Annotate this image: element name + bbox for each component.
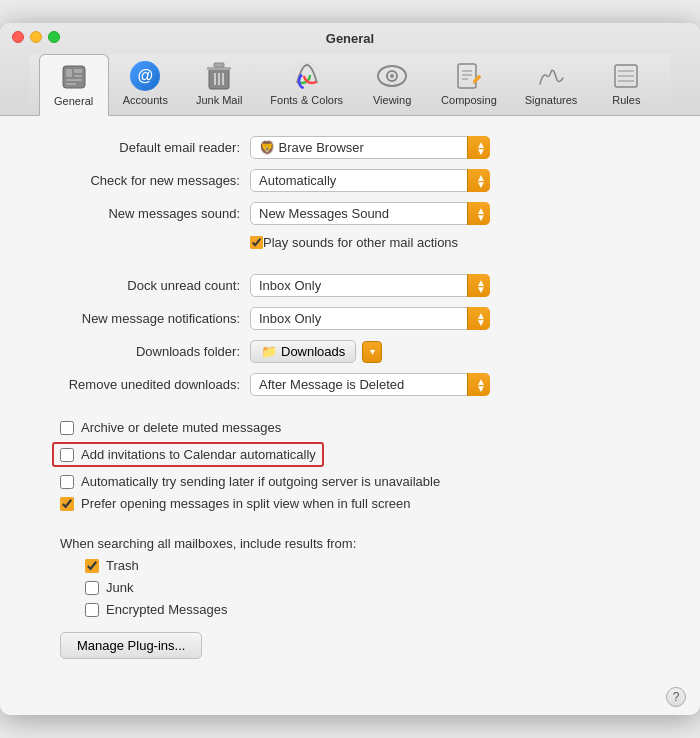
toolbar-signatures[interactable]: Signatures — [511, 54, 592, 115]
add-invitations-checkbox[interactable] — [60, 448, 74, 462]
svg-rect-4 — [66, 79, 82, 81]
dock-unread-select[interactable]: Inbox Only — [250, 274, 490, 297]
auto-send-row: Automatically try sending later if outgo… — [30, 474, 670, 489]
trash-label: Trash — [106, 558, 139, 573]
search-section-label: When searching all mailboxes, include re… — [30, 536, 670, 551]
check-messages-label: Check for new messages: — [30, 173, 240, 188]
downloads-folder-button[interactable]: 📁 Downloads — [250, 340, 356, 363]
downloads-label: Downloads folder: — [30, 344, 240, 359]
toolbar-composing[interactable]: Composing — [427, 54, 511, 115]
window-title: General — [12, 31, 688, 46]
messages-sound-label: New messages sound: — [30, 206, 240, 221]
check-messages-row: Check for new messages: Automatically ▲▼ — [30, 169, 670, 192]
play-sounds-checkbox[interactable] — [250, 236, 263, 249]
toolbar-junk[interactable]: Junk Mail — [182, 54, 256, 115]
messages-sound-select-wrapper: New Messages Sound ▲▼ — [250, 202, 490, 225]
folder-dropdown-icon[interactable]: ▾ — [362, 341, 382, 363]
split-view-label: Prefer opening messages in split view wh… — [81, 496, 411, 511]
dock-unread-label: Dock unread count: — [30, 278, 240, 293]
remove-downloads-select-wrapper: After Message is Deleted ▲▼ — [250, 373, 490, 396]
svg-point-12 — [294, 63, 320, 89]
junk-label: Junk Mail — [196, 94, 242, 106]
toolbar-accounts[interactable]: @ Accounts — [109, 54, 182, 115]
help-button[interactable]: ? — [666, 687, 686, 707]
add-invitations-row: Add invitations to Calendar automaticall… — [30, 442, 670, 467]
auto-send-checkbox[interactable] — [60, 475, 74, 489]
notifications-select[interactable]: Inbox Only — [250, 307, 490, 330]
trash-checkbox[interactable] — [85, 559, 99, 573]
toolbar-viewing[interactable]: Viewing — [357, 54, 427, 115]
rules-label: Rules — [612, 94, 640, 106]
downloads-folder-name: Downloads — [281, 344, 345, 359]
messages-sound-control: New Messages Sound ▲▼ — [250, 202, 670, 225]
separator-3 — [30, 518, 670, 532]
content-area: Default email reader: 🦁 Brave Browser ▲▼… — [0, 116, 700, 679]
manage-plugins-button[interactable]: Manage Plug-ins... — [60, 632, 202, 659]
svg-point-18 — [390, 74, 394, 78]
title-bar: General General @ — [0, 23, 700, 116]
archive-delete-row: Archive or delete muted messages — [30, 420, 670, 435]
notifications-label: New message notifications: — [30, 311, 240, 326]
toolbar: General @ Accounts — [29, 54, 672, 115]
default-email-control: 🦁 Brave Browser ▲▼ — [250, 136, 670, 159]
downloads-folder-row: 📁 Downloads ▾ — [250, 340, 670, 363]
messages-sound-row: New messages sound: New Messages Sound ▲… — [30, 202, 670, 225]
toolbar-fonts[interactable]: Fonts & Colors — [256, 54, 357, 115]
remove-downloads-label: Remove unedited downloads: — [30, 377, 240, 392]
bottom-bar: ? — [0, 679, 700, 715]
dock-unread-select-wrapper: Inbox Only ▲▼ — [250, 274, 490, 297]
signatures-icon — [535, 60, 567, 92]
svg-rect-8 — [214, 63, 224, 67]
check-messages-select-wrapper: Automatically ▲▼ — [250, 169, 490, 192]
svg-rect-2 — [74, 69, 82, 73]
encrypted-checkbox[interactable] — [85, 603, 99, 617]
check-messages-control: Automatically ▲▼ — [250, 169, 670, 192]
svg-rect-3 — [74, 75, 82, 77]
remove-downloads-row: Remove unedited downloads: After Message… — [30, 373, 670, 396]
junk-icon — [203, 60, 235, 92]
composing-icon — [453, 60, 485, 92]
notifications-row: New message notifications: Inbox Only ▲▼ — [30, 307, 670, 330]
archive-delete-label: Archive or delete muted messages — [81, 420, 281, 435]
remove-downloads-control: After Message is Deleted ▲▼ — [250, 373, 670, 396]
separator-2 — [30, 406, 670, 420]
split-view-checkbox[interactable] — [60, 497, 74, 511]
general-label: General — [54, 95, 93, 107]
fonts-icon — [291, 60, 323, 92]
fonts-label: Fonts & Colors — [270, 94, 343, 106]
default-email-select-wrapper: 🦁 Brave Browser ▲▼ — [250, 136, 490, 159]
separator-1 — [30, 260, 670, 274]
play-sounds-label: Play sounds for other mail actions — [263, 235, 458, 250]
remove-downloads-select[interactable]: After Message is Deleted — [250, 373, 490, 396]
viewing-icon — [376, 60, 408, 92]
accounts-icon: @ — [129, 60, 161, 92]
toolbar-rules[interactable]: Rules — [591, 54, 661, 115]
archive-delete-checkbox[interactable] — [60, 421, 74, 435]
default-email-select[interactable]: 🦁 Brave Browser — [250, 136, 490, 159]
general-icon — [58, 61, 90, 93]
viewing-label: Viewing — [373, 94, 411, 106]
svg-rect-1 — [66, 69, 72, 77]
messages-sound-select[interactable]: New Messages Sound — [250, 202, 490, 225]
signatures-label: Signatures — [525, 94, 578, 106]
junk-search-label: Junk — [106, 580, 133, 595]
toolbar-general[interactable]: General — [39, 54, 109, 116]
composing-label: Composing — [441, 94, 497, 106]
encrypted-row: Encrypted Messages — [30, 602, 670, 617]
add-invitations-label: Add invitations to Calendar automaticall… — [81, 447, 316, 462]
junk-search-checkbox[interactable] — [85, 581, 99, 595]
trash-row: Trash — [30, 558, 670, 573]
default-email-label: Default email reader: — [30, 140, 240, 155]
dock-unread-row: Dock unread count: Inbox Only ▲▼ — [30, 274, 670, 297]
dock-unread-control: Inbox Only ▲▼ — [250, 274, 670, 297]
check-messages-select[interactable]: Automatically — [250, 169, 490, 192]
notifications-select-wrapper: Inbox Only ▲▼ — [250, 307, 490, 330]
default-email-row: Default email reader: 🦁 Brave Browser ▲▼ — [30, 136, 670, 159]
encrypted-label: Encrypted Messages — [106, 602, 227, 617]
rules-icon — [610, 60, 642, 92]
notifications-control: Inbox Only ▲▼ — [250, 307, 670, 330]
downloads-control: 📁 Downloads ▾ — [250, 340, 670, 363]
junk-search-row: Junk — [30, 580, 670, 595]
svg-rect-19 — [458, 64, 476, 88]
accounts-label: Accounts — [123, 94, 168, 106]
